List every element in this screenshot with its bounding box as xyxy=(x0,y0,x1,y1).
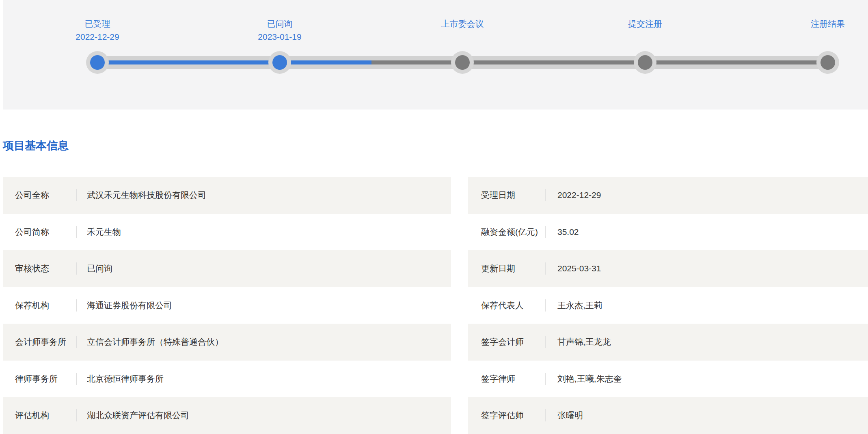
row-value: 北京德恒律师事务所 xyxy=(87,373,164,385)
row-label: 保荐机构 xyxy=(3,300,76,311)
row-divider xyxy=(545,189,546,201)
row-value: 2022-12-29 xyxy=(557,189,601,201)
table-row: 受理日期 2022-12-29 xyxy=(468,177,868,214)
step-label-registration: 提交注册 xyxy=(584,18,706,30)
row-label: 公司简称 xyxy=(3,226,76,238)
row-label: 受理日期 xyxy=(468,189,545,201)
timeline-banner: 已受理 2022-12-29 已问询 2023-01-19 上市委会议 提交注册… xyxy=(3,0,868,110)
row-value: 立信会计师事务所（特殊普通合伙） xyxy=(87,336,223,348)
row-divider xyxy=(76,373,77,385)
table-row: 律师事务所 北京德恒律师事务所 xyxy=(3,361,451,397)
step-name: 已问询 xyxy=(219,18,341,30)
ipo-project-page: 已受理 2022-12-29 已问询 2023-01-19 上市委会议 提交注册… xyxy=(0,0,868,434)
row-label: 签字律师 xyxy=(468,373,545,385)
row-divider xyxy=(76,262,77,275)
row-value: 张曙明 xyxy=(557,410,583,421)
info-table-left: 公司全称 武汉禾元生物科技股份有限公司 公司简称 禾元生物 审核状态 已问询 保… xyxy=(3,177,451,434)
row-label: 签字评估师 xyxy=(468,410,545,421)
row-divider xyxy=(76,299,77,312)
row-divider xyxy=(545,373,546,385)
table-row: 融资金额(亿元) 35.02 xyxy=(468,214,868,251)
timeline-progress-line xyxy=(91,60,371,64)
table-row: 签字律师 刘艳,王曦,朱志奎 xyxy=(468,361,868,397)
row-label: 保荐代表人 xyxy=(468,300,545,311)
table-row: 公司简称 禾元生物 xyxy=(3,214,451,251)
row-value: 禾元生物 xyxy=(87,226,121,238)
timeline-remaining-line xyxy=(371,60,834,64)
row-value: 王永杰,王莉 xyxy=(557,300,602,311)
table-row: 保荐代表人 王永杰,王莉 xyxy=(468,287,868,324)
table-row: 审核状态 已问询 xyxy=(3,250,451,287)
row-value: 2025-03-31 xyxy=(557,263,601,274)
row-divider xyxy=(545,299,546,312)
row-divider xyxy=(545,409,546,421)
step-date: 2022-12-29 xyxy=(37,31,158,43)
row-label: 审核状态 xyxy=(3,263,76,274)
row-divider xyxy=(545,336,546,348)
table-row: 保荐机构 海通证券股份有限公司 xyxy=(3,287,451,324)
section-title: 项目基本信息 xyxy=(3,139,69,153)
step-label-committee: 上市委会议 xyxy=(402,18,523,30)
table-row: 更新日期 2025-03-31 xyxy=(468,250,868,287)
row-value: 武汉禾元生物科技股份有限公司 xyxy=(87,189,206,201)
row-value: 35.02 xyxy=(557,226,579,238)
row-label: 公司全称 xyxy=(3,189,76,201)
step-name: 提交注册 xyxy=(584,18,706,30)
row-divider xyxy=(76,226,77,238)
step-name: 上市委会议 xyxy=(402,18,523,30)
row-value: 已问询 xyxy=(87,263,112,274)
step-dot-registration xyxy=(638,55,652,70)
step-name: 已受理 xyxy=(37,18,158,30)
table-row: 签字评估师 张曙明 xyxy=(468,397,868,434)
row-label: 融资金额(亿元) xyxy=(468,226,545,238)
row-value: 海通证券股份有限公司 xyxy=(87,300,172,311)
row-label: 会计师事务所 xyxy=(3,336,76,348)
table-row: 签字会计师 甘声锦,王龙龙 xyxy=(468,324,868,361)
row-label: 评估机构 xyxy=(3,410,76,421)
step-date: 2023-01-19 xyxy=(219,31,341,43)
info-table-right: 受理日期 2022-12-29 融资金额(亿元) 35.02 更新日期 2025… xyxy=(468,177,868,434)
step-label-result: 注册结果 xyxy=(767,18,868,30)
step-dot-accepted xyxy=(90,55,105,70)
step-name: 注册结果 xyxy=(767,18,868,30)
row-value: 湖北众联资产评估有限公司 xyxy=(87,410,189,421)
row-label: 签字会计师 xyxy=(468,336,545,348)
step-label-inquired: 已问询 2023-01-19 xyxy=(219,18,341,43)
row-divider xyxy=(76,336,77,348)
step-dot-inquired xyxy=(272,55,287,70)
table-row: 会计师事务所 立信会计师事务所（特殊普通合伙） xyxy=(3,324,451,361)
row-value: 甘声锦,王龙龙 xyxy=(557,336,611,348)
step-dot-committee xyxy=(455,55,470,70)
table-row: 评估机构 湖北众联资产评估有限公司 xyxy=(3,397,451,434)
row-label: 更新日期 xyxy=(468,263,545,274)
row-divider xyxy=(545,226,546,238)
step-dot-result xyxy=(820,55,835,70)
row-divider xyxy=(545,262,546,275)
table-row: 公司全称 武汉禾元生物科技股份有限公司 xyxy=(3,177,451,214)
row-divider xyxy=(76,189,77,201)
step-label-accepted: 已受理 2022-12-29 xyxy=(37,18,158,43)
row-value: 刘艳,王曦,朱志奎 xyxy=(557,373,622,385)
row-divider xyxy=(76,409,77,421)
row-label: 律师事务所 xyxy=(3,373,76,385)
